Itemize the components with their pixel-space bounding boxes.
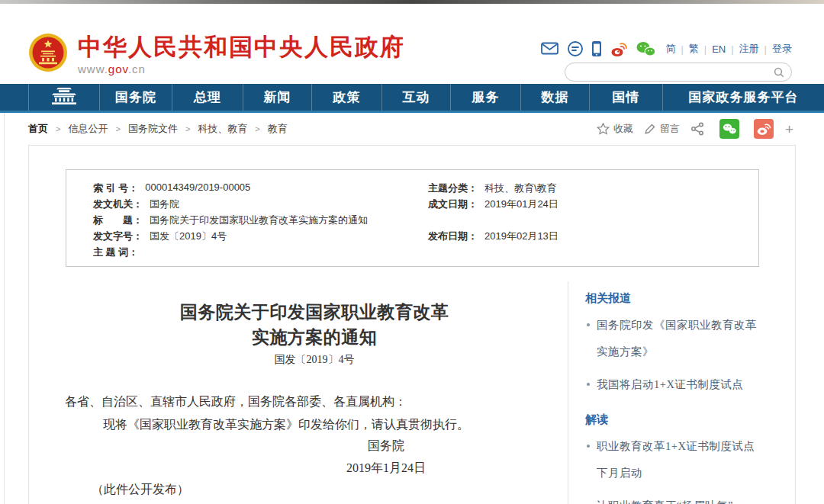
breadcrumb-separator: > xyxy=(255,124,259,133)
meta-label: 索 引 号： xyxy=(93,181,138,195)
document-title: 国务院关于印发国家职业教育改革实施方案的通知 xyxy=(44,300,584,350)
document-greeting: 各省、自治区、直辖市人民政府，国务院各部委、各直属机构： xyxy=(65,394,407,410)
link-traditional[interactable]: 繁 xyxy=(689,42,699,56)
message-board-icon[interactable] xyxy=(567,40,584,57)
meta-index-number: 000014349/2019-00005 xyxy=(145,181,250,195)
search-input[interactable] xyxy=(575,63,769,81)
meta-label: 主 题 词： xyxy=(93,246,138,259)
breadcrumb: 首页 > 信息公开 > 国务院文件 > 科技、教育 > 教育 xyxy=(28,122,288,136)
link-simplified[interactable]: 简 xyxy=(665,42,675,56)
bullet-icon xyxy=(587,445,590,448)
link-separator: | xyxy=(764,43,767,55)
wechat-icon[interactable] xyxy=(636,40,656,57)
related-report-link[interactable]: 我国将启动1+X证书制度试点 xyxy=(597,378,743,390)
site-header: 中华人民共和国中央人民政府 www.gov.cn 简| 繁| EN| 注册| 登… xyxy=(0,4,824,84)
meta-row: 主 题 词： xyxy=(66,244,758,260)
meta-label: 标 题： xyxy=(93,213,143,227)
site-url: www.gov.cn xyxy=(78,63,405,75)
nav-item-gov-service-platform[interactable]: 国家政务服务平台 xyxy=(662,84,824,111)
site-url-suffix: .cn xyxy=(128,63,146,75)
wechat-share-icon xyxy=(719,119,739,139)
interpretation-heading: 解读 xyxy=(585,412,780,427)
breadcrumb-state-council-docs[interactable]: 国务院文件 xyxy=(128,122,178,136)
share-button[interactable] xyxy=(690,122,709,136)
link-separator: | xyxy=(704,43,707,55)
meta-label: 发布日期： xyxy=(428,230,478,243)
link-login[interactable]: 登录 xyxy=(772,42,792,56)
comment-button[interactable]: 留言 xyxy=(644,122,680,136)
favorite-label: 收藏 xyxy=(613,122,633,136)
nav-item-policies[interactable]: 政策 xyxy=(311,84,381,111)
document-signer: 国务院 xyxy=(310,438,462,454)
meta-row: 发文字号：国发〔2019〕4号 发布日期：2019年02月13日 xyxy=(66,228,758,244)
site-url-prefix: www. xyxy=(78,63,108,75)
interpretation-link[interactable]: 职业教育改革1+X证书制度试点下月启动 xyxy=(597,440,755,479)
meta-written-date: 2019年01月24日 xyxy=(484,197,558,211)
meta-label: 发文机关： xyxy=(93,197,143,211)
nav-home[interactable] xyxy=(28,84,99,111)
wechat-share-button[interactable] xyxy=(719,119,743,139)
weibo-icon[interactable] xyxy=(610,40,628,57)
meta-label: 主题分类： xyxy=(428,181,478,195)
nav-item-services[interactable]: 服务 xyxy=(450,84,520,111)
nav-item-news[interactable]: 新闻 xyxy=(243,84,311,111)
breadcrumb-separator: > xyxy=(115,124,120,133)
meta-title: 国务院关于印发国家职业教育改革实施方案的通知 xyxy=(150,213,368,227)
mobile-icon[interactable] xyxy=(591,40,602,57)
tiananmen-home-icon xyxy=(47,86,81,109)
more-share-button[interactable]: + xyxy=(785,122,793,136)
favorite-button[interactable]: 收藏 xyxy=(597,122,633,136)
breadcrumb-info-disclosure[interactable]: 信息公开 xyxy=(68,122,108,136)
page-tools: 收藏 留言 + xyxy=(586,119,793,139)
related-reports-heading: 相关报道 xyxy=(585,291,780,306)
document-number: 国发〔2019〕4号 xyxy=(44,353,584,367)
interpretation-link[interactable]: 让职业教育真正“扬眉吐气” xyxy=(597,499,733,504)
header-icon-row: 简| 繁| EN| 注册| 登录 xyxy=(533,39,792,59)
pencil-icon xyxy=(644,123,656,135)
meta-topic-category: 科技、教育\教育 xyxy=(484,181,557,195)
meta-label: 成文日期： xyxy=(428,197,478,211)
meta-row: 发文机关：国务院 成文日期：2019年01月24日 xyxy=(66,196,758,212)
nav-item-premier[interactable]: 总理 xyxy=(172,84,243,111)
meta-doc-number: 国发〔2019〕4号 xyxy=(150,230,227,243)
related-report-link[interactable]: 国务院印发《国家职业教育改革实施方案》 xyxy=(597,319,757,358)
mail-icon[interactable] xyxy=(541,42,559,56)
nav-item-state-council[interactable]: 国务院 xyxy=(99,84,172,111)
breadcrumb-tech-education[interactable]: 科技、教育 xyxy=(198,122,247,136)
link-english[interactable]: EN xyxy=(712,43,726,55)
share-icon xyxy=(690,122,705,136)
related-report-item[interactable]: 我国将启动1+X证书制度试点 xyxy=(585,371,757,398)
meta-label: 发文字号： xyxy=(93,230,143,243)
weibo-share-icon xyxy=(754,119,774,139)
interpretation-item[interactable]: 让职业教育真正“扬眉吐气” xyxy=(585,493,757,504)
weibo-share-button[interactable] xyxy=(754,119,777,139)
breadcrumb-separator: > xyxy=(185,124,190,133)
document-public-note: （此件公开发布） xyxy=(92,482,189,498)
nav-item-data[interactable]: 数据 xyxy=(520,84,589,111)
document-sign-date: 2019年1月24日 xyxy=(310,461,462,477)
interpretation-item[interactable]: 职业教育改革1+X证书制度试点下月启动 xyxy=(585,433,757,486)
meta-row: 索 引 号：000014349/2019-00005 主题分类：科技、教育\教育 xyxy=(66,180,758,196)
search-icon[interactable] xyxy=(774,67,784,81)
breadcrumb-education[interactable]: 教育 xyxy=(268,122,288,136)
site-search xyxy=(565,63,792,82)
breadcrumb-home[interactable]: 首页 xyxy=(28,122,48,136)
link-separator: | xyxy=(681,43,683,55)
related-report-item[interactable]: 国务院印发《国家职业教育改革实施方案》 xyxy=(585,312,757,365)
site-logo[interactable]: 中华人民共和国中央人民政府 www.gov.cn xyxy=(28,33,405,75)
document-title-text: 国务院关于印发国家职业教育改革实施方案的通知 xyxy=(172,300,456,350)
doc-meta-table: 索 引 号：000014349/2019-00005 主题分类：科技、教育\教育… xyxy=(66,169,759,267)
star-icon xyxy=(597,123,610,135)
page-left-border xyxy=(4,113,5,504)
nav-item-interaction[interactable]: 互动 xyxy=(381,84,450,111)
meta-row: 标 题：国务院关于印发国家职业教育改革实施方案的通知 xyxy=(66,212,758,228)
meta-issuing-agency: 国务院 xyxy=(150,197,179,211)
link-register[interactable]: 注册 xyxy=(739,42,759,56)
meta-publish-date: 2019年02月13日 xyxy=(484,230,558,243)
nav-item-national-conditions[interactable]: 国情 xyxy=(589,84,662,111)
main-nav: 国务院 总理 新闻 政策 互动 服务 数据 国情 国家政务服务平台 xyxy=(0,84,824,113)
breadcrumb-separator: > xyxy=(56,124,60,133)
bullet-icon xyxy=(587,323,590,326)
logo-text: 中华人民共和国中央人民政府 www.gov.cn xyxy=(78,34,405,75)
link-separator: | xyxy=(731,43,733,55)
